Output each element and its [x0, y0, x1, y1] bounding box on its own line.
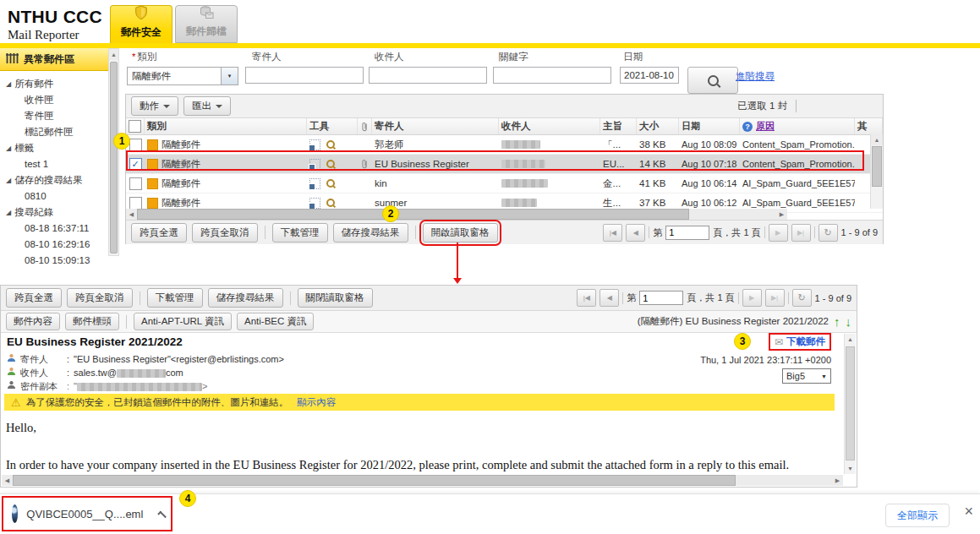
paperclip-icon[interactable]: [358, 118, 372, 134]
scroll-right-icon[interactable]: ▶: [776, 209, 787, 220]
refresh-icon[interactable]: ↻: [792, 289, 812, 307]
page-number-input[interactable]: [639, 291, 683, 305]
row-checkbox[interactable]: ✓: [129, 158, 142, 171]
category-select[interactable]: 隔離郵件 ▼: [127, 67, 238, 85]
next-page-icon[interactable]: ▶: [769, 224, 788, 242]
sidebar-header-abnormal-mail[interactable]: 異常郵件區: [0, 48, 108, 71]
scrollbar-thumb[interactable]: [110, 62, 118, 253]
scrollbar-thumb[interactable]: [846, 346, 855, 460]
sidebar-item-sent[interactable]: 寄件匣: [6, 108, 108, 124]
open-window-icon[interactable]: [309, 139, 320, 150]
download-manager-button[interactable]: 下載管理: [147, 288, 203, 308]
reading-horizontal-scrollbar[interactable]: ◀ ▶: [2, 475, 843, 486]
first-page-icon[interactable]: |◀: [577, 289, 596, 307]
keyword-input[interactable]: [493, 67, 611, 84]
sidebar-item-labels[interactable]: ◢標籤: [6, 140, 108, 156]
sidebar-item-history-2[interactable]: 08-10 16:29:16: [6, 237, 108, 253]
export-menu-button[interactable]: 匯出: [183, 96, 231, 116]
last-page-icon[interactable]: ▶|: [791, 224, 811, 242]
sidebar-scrollbar[interactable]: ▲: [108, 48, 119, 256]
col-size[interactable]: 大小: [637, 118, 679, 134]
preview-magnifier-icon[interactable]: [326, 160, 335, 168]
sidebar-item-all-mail[interactable]: ◢所有郵件: [6, 76, 108, 92]
open-window-icon[interactable]: [309, 198, 320, 209]
row-checkbox[interactable]: [129, 177, 142, 190]
tree-expanded-icon[interactable]: ◢: [6, 204, 11, 221]
scroll-up-icon[interactable]: ▲: [845, 334, 856, 345]
scroll-up-icon[interactable]: ▲: [109, 49, 118, 60]
scrollbar-track[interactable]: [689, 209, 776, 220]
col-reason[interactable]: ?原因: [740, 118, 855, 134]
tree-expanded-icon[interactable]: ◢: [6, 172, 11, 188]
open-reading-pane-button[interactable]: 開啟讀取窗格: [423, 223, 498, 242]
prev-page-icon[interactable]: ◀: [599, 289, 619, 307]
download-chip[interactable]: QVIBCE0005__Q....eml: [2, 496, 172, 531]
col-other[interactable]: 其: [855, 118, 883, 134]
preview-magnifier-icon[interactable]: [326, 140, 335, 149]
refresh-icon[interactable]: ↻: [818, 224, 838, 242]
search-button[interactable]: [687, 67, 738, 94]
chevron-up-icon[interactable]: [158, 511, 167, 520]
col-tools[interactable]: 工具: [307, 118, 358, 134]
sidebar-item-history-3[interactable]: 08-10 15:09:13: [6, 253, 108, 269]
sender-input[interactable]: [245, 67, 364, 84]
encoding-select[interactable]: Big5 ▼: [782, 368, 831, 384]
tab-anti-bec[interactable]: Anti-BEC 資訊: [237, 313, 315, 330]
preview-magnifier-icon[interactable]: [326, 179, 335, 188]
col-date[interactable]: 日期: [679, 118, 740, 134]
sidebar-item-0810[interactable]: 0810: [6, 188, 108, 204]
tab-mail-security[interactable]: 郵件安全: [110, 5, 172, 43]
next-page-icon[interactable]: ▶: [742, 289, 762, 307]
select-all-pages-button[interactable]: 跨頁全選: [6, 288, 62, 308]
tree-expanded-icon[interactable]: ◢: [6, 76, 11, 92]
close-download-bar-icon[interactable]: ×: [964, 503, 973, 520]
tab-mail-archive[interactable]: 郵件歸檔: [175, 5, 238, 43]
scrollbar-thumb[interactable]: [872, 146, 882, 187]
action-menu-button[interactable]: 動作: [131, 96, 178, 116]
download-mail-link[interactable]: 下載郵件: [786, 335, 825, 348]
combo-arrow-icon[interactable]: ▼: [222, 67, 238, 85]
row-checkbox[interactable]: [129, 139, 142, 151]
page-number-input[interactable]: [665, 226, 709, 240]
tab-mail-content[interactable]: 郵件內容: [6, 313, 60, 330]
deselect-all-pages-button[interactable]: 跨頁全取消: [67, 288, 133, 308]
sidebar-item-search-history[interactable]: ◢搜尋紀錄: [6, 204, 108, 221]
save-search-button[interactable]: 儲存搜尋結果: [208, 288, 283, 308]
sidebar-item-saved-searches[interactable]: ◢儲存的搜尋結果: [6, 172, 108, 188]
advanced-search-link[interactable]: 進階搜尋: [736, 70, 775, 89]
sidebar-item-inbox[interactable]: 收件匣: [6, 92, 108, 108]
help-icon[interactable]: ?: [742, 122, 753, 132]
download-manager-button[interactable]: 下載管理: [272, 223, 328, 242]
show-all-downloads-button[interactable]: 全部顯示: [885, 504, 950, 527]
col-recipient[interactable]: 收件人: [499, 118, 600, 134]
sidebar-item-history-1[interactable]: 08-18 16:37:11: [6, 221, 108, 237]
scrollbar-thumb[interactable]: [137, 209, 689, 220]
open-window-icon[interactable]: [309, 178, 320, 189]
tab-mail-header[interactable]: 郵件標頭: [65, 313, 119, 330]
preview-magnifier-icon[interactable]: [326, 199, 335, 207]
select-all-checkbox[interactable]: [129, 120, 141, 133]
scroll-left-icon[interactable]: ◀: [2, 475, 13, 486]
table-row-selected[interactable]: ✓ 隔離郵件 EU Business Register EU... 14 KB …: [126, 155, 883, 174]
close-reading-pane-button[interactable]: 關閉讀取窗格: [298, 288, 373, 308]
show-content-link[interactable]: 顯示內容: [297, 396, 336, 409]
open-window-icon[interactable]: [309, 159, 320, 170]
sidebar-item-flagged[interactable]: 標記郵件匣: [6, 124, 108, 140]
col-category[interactable]: 類別: [145, 118, 307, 134]
grid-horizontal-scrollbar[interactable]: ◀ ▶: [126, 209, 787, 220]
col-sender[interactable]: 寄件人: [372, 118, 499, 134]
table-row[interactable]: 隔離郵件 kin 金... 41 KB Aug 10 06:14 AI_Spam…: [126, 174, 883, 193]
select-all-pages-button[interactable]: 跨頁全選: [131, 223, 187, 242]
last-page-icon[interactable]: ▶|: [765, 289, 785, 307]
scroll-down-icon[interactable]: ▼: [845, 463, 856, 474]
col-subject[interactable]: 主旨: [600, 118, 637, 134]
recipient-input[interactable]: [369, 67, 487, 84]
reading-vertical-scrollbar[interactable]: ▲ ▼: [844, 334, 856, 474]
row-checkbox[interactable]: [129, 197, 142, 210]
tab-anti-apt-url[interactable]: Anti-APT-URL 資訊: [134, 313, 232, 330]
tree-expanded-icon[interactable]: ◢: [6, 140, 11, 156]
next-mail-icon[interactable]: ↓: [846, 316, 852, 328]
scrollbar-thumb[interactable]: [13, 475, 736, 486]
table-row[interactable]: 隔離郵件 郭老师 「... 38 KB Aug 10 08:09 Content…: [126, 135, 883, 155]
scrollbar-track[interactable]: [736, 475, 832, 486]
